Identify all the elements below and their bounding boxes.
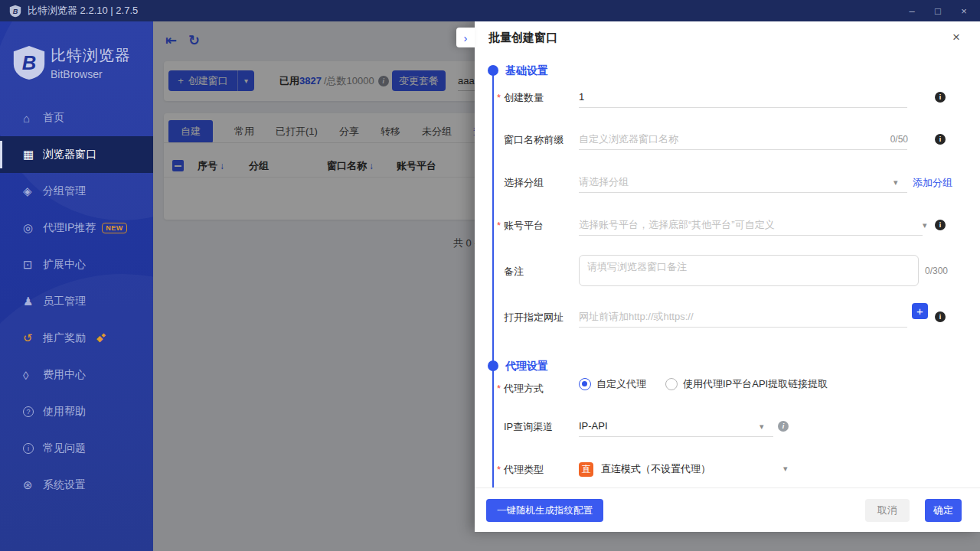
section-dot-proxy	[488, 360, 498, 371]
field-row-url: 打开指定网址 + i	[475, 306, 980, 328]
sidebar-item-billing-center[interactable]: ◊ 费用中心	[0, 357, 153, 393]
chevron-down-icon[interactable]: ▾	[783, 464, 788, 474]
sidebar-item-browser-windows[interactable]: ▦ 浏览器窗口	[0, 136, 153, 173]
proxy-type-select[interactable]: 直 直连模式（不设置代理）	[579, 458, 801, 480]
section-dot-basic	[488, 65, 498, 76]
section-basic-title: 基础设置	[505, 64, 548, 78]
drawer-footer: 一键随机生成指纹配置 取消 确定	[475, 487, 980, 532]
count-label: 创建数量	[504, 91, 544, 105]
shield-icon: ◊	[23, 369, 40, 382]
generate-fingerprint-button[interactable]: 一键随机生成指纹配置	[486, 499, 603, 522]
radio-api-proxy[interactable]	[665, 378, 678, 390]
remark-counter: 0/300	[925, 266, 948, 276]
name-prefix-input-wrap	[579, 129, 907, 150]
browser-windows-icon: ▦	[23, 148, 40, 161]
field-row-ip-channel: IP查询渠道 IP-API ▾ i	[475, 416, 980, 437]
gear-icon: ⊛	[23, 478, 40, 492]
url-label: 打开指定网址	[504, 311, 564, 324]
brand-block: B 比特浏览器 BitBrowser	[12, 44, 131, 81]
drawer-title: 批量创建窗口	[488, 31, 557, 45]
sidebar-item-extension-center[interactable]: ⊡ 扩展中心	[0, 246, 153, 283]
section-proxy-title: 代理设置	[505, 360, 548, 373]
titlebar: B 比特浏览器 2.2.10 | 2.7.5 – □ ×	[0, 0, 980, 21]
confirm-button[interactable]: 确定	[925, 499, 962, 522]
field-row-proxy-method: * 代理方式 自定义代理 使用代理IP平台API提取链接提取	[475, 377, 980, 399]
cancel-button[interactable]: 取消	[865, 499, 910, 522]
name-prefix-label: 窗口名称前缀	[504, 133, 564, 147]
sidebar-item-staff-management[interactable]: ♟ 员工管理	[0, 283, 153, 320]
radio-custom-proxy[interactable]	[579, 378, 591, 390]
field-row-platform: * 账号平台 选择账号平台，选择底部“其他平台”可自定义 ▾ i	[475, 214, 980, 236]
add-group-link[interactable]: 添加分组	[913, 176, 952, 190]
drawer-close-icon[interactable]: ×	[952, 31, 960, 44]
count-info-icon[interactable]: i	[935, 92, 946, 103]
proxy-method-label: 代理方式	[504, 382, 544, 396]
home-icon: ⌂	[23, 112, 40, 125]
sidebar-item-group-management[interactable]: ◈ 分组管理	[0, 173, 153, 210]
platform-select[interactable]: 选择账号平台，选择底部“其他平台”可自定义	[579, 214, 923, 236]
close-window-button[interactable]: ×	[959, 5, 969, 17]
field-row-remark: 备注 0/300	[475, 255, 980, 286]
chevron-right-icon: ›	[464, 31, 468, 44]
proxy-type-label: 代理类型	[504, 463, 544, 477]
radio-api-proxy-label[interactable]: 使用代理IP平台API提取链接提取	[683, 377, 828, 391]
name-prefix-info-icon[interactable]: i	[935, 134, 946, 145]
layers-icon: ◈	[23, 184, 40, 198]
radio-custom-proxy-label[interactable]: 自定义代理	[596, 377, 646, 391]
platform-info-icon[interactable]: i	[935, 220, 946, 230]
batch-create-drawer: › 批量创建窗口 × 基础设置 * 创建数量 i 窗口名称前缀 0/50 i 选…	[475, 21, 980, 532]
ip-channel-label: IP查询渠道	[504, 420, 553, 434]
remark-label: 备注	[504, 265, 524, 279]
field-row-name-prefix: 窗口名称前缀 0/50 i	[475, 129, 980, 150]
sidebar: B 比特浏览器 BitBrowser ⌂ 首页 ▦ 浏览器窗口 ◈ 分组管理 ◎…	[0, 21, 153, 551]
sidebar-item-faq[interactable]: i 常见问题	[0, 430, 153, 467]
chevron-down-icon[interactable]: ▾	[893, 178, 898, 187]
location-pin-icon: ◎	[23, 221, 40, 235]
drawer-collapse-button[interactable]: ›	[456, 28, 475, 47]
brand-logo-icon: B	[12, 44, 46, 81]
new-badge: NEW	[102, 223, 127, 233]
group-select[interactable]: 请选择分组	[579, 171, 907, 193]
name-prefix-input[interactable]	[579, 133, 907, 145]
name-prefix-counter: 0/50	[879, 134, 908, 145]
sidebar-item-promotion-rewards[interactable]: ↺ 推广奖励 ◆◆	[0, 320, 153, 357]
chevron-down-icon[interactable]: ▾	[923, 220, 927, 230]
sidebar-item-help[interactable]: ? 使用帮助	[0, 393, 153, 430]
sidebar-item-system-settings[interactable]: ⊛ 系统设置	[0, 467, 153, 504]
sidebar-item-proxy-ip[interactable]: ◎ 代理IP推荐 NEW	[0, 210, 153, 246]
count-input-wrap	[579, 86, 907, 108]
brand-name-en: BitBrowser	[51, 68, 131, 80]
group-label: 选择分组	[504, 176, 544, 190]
sidebar-menu: ⌂ 首页 ▦ 浏览器窗口 ◈ 分组管理 ◎ 代理IP推荐 NEW ⊡ 扩展中心 …	[0, 99, 153, 504]
ip-channel-info-icon[interactable]: i	[778, 421, 789, 432]
count-input[interactable]	[579, 91, 907, 103]
url-info-icon[interactable]: i	[935, 311, 946, 322]
svg-text:B: B	[13, 7, 18, 15]
sidebar-item-home[interactable]: ⌂ 首页	[0, 99, 153, 136]
chevron-down-icon[interactable]: ▾	[760, 422, 764, 432]
svg-text:B: B	[22, 52, 37, 73]
remark-textarea-wrap	[579, 255, 919, 286]
field-row-group: 选择分组 请选择分组 ▾ 添加分组	[475, 171, 980, 193]
minimize-button[interactable]: –	[906, 5, 917, 17]
add-url-button[interactable]: +	[912, 303, 928, 319]
field-row-count: * 创建数量 i	[475, 86, 980, 108]
sparkle-icon: ◆◆	[96, 334, 107, 344]
platform-label: 账号平台	[504, 219, 544, 233]
reward-cycle-icon: ↺	[23, 331, 40, 345]
field-row-proxy-type: * 代理类型 直 直连模式（不设置代理） ▾	[475, 458, 980, 480]
maximize-button[interactable]: □	[933, 5, 943, 17]
window-title: 比特浏览器 2.2.10 | 2.7.5	[28, 4, 138, 18]
direct-mode-badge: 直	[579, 462, 593, 477]
remark-textarea[interactable]	[587, 260, 910, 281]
brand-name-cn: 比特浏览器	[51, 45, 131, 66]
question-icon: ?	[23, 406, 34, 417]
url-input[interactable]	[579, 311, 907, 322]
person-icon: ♟	[23, 295, 40, 308]
url-input-wrap	[579, 306, 907, 328]
info-icon: i	[23, 443, 34, 454]
app-logo-icon: B	[9, 5, 21, 18]
ip-channel-select[interactable]: IP-API	[579, 416, 773, 437]
extension-box-icon: ⊡	[23, 258, 40, 272]
